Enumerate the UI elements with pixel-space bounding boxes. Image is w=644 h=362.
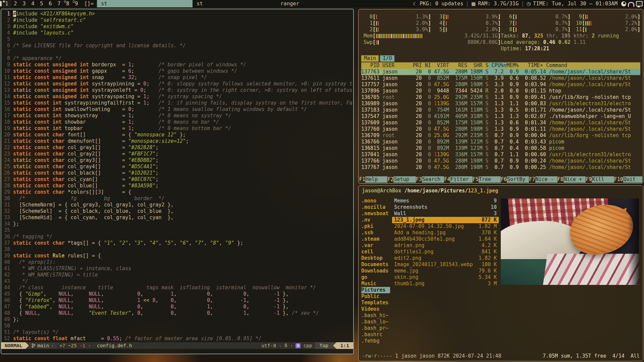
bar-title-st[interactable]: st: [193, 0, 276, 7]
process-row[interactable]: 137609 jason 20 0 852M 175M 150M S 1.3 0…: [361, 120, 640, 126]
headset-tray-icon[interactable]: [628, 2, 634, 7]
dir-item[interactable]: Downloads: [361, 268, 390, 274]
process-row[interactable]: 136989 jason 20 0 1139G 336M 157M S 1.3 …: [361, 101, 640, 107]
process-row[interactable]: 137896 jason 20 0 9448 7344 5424 R 2.0 0…: [361, 88, 640, 94]
process-row[interactable]: 137183 jason 20 0 754M 161M 118M S 1.3 0…: [361, 107, 640, 113]
bar-tag-3[interactable]: 3: [20, 0, 29, 7]
process-row[interactable]: 137760 jason 20 0 47.5G 280M 198M S 1.3 …: [361, 126, 640, 132]
fkey-F2[interactable]: F2Setup: [387, 176, 416, 183]
process-row[interactable]: 136766 jason 20 0 892M 139M 121M S 0.7 0…: [361, 139, 640, 145]
dir-item[interactable]: Public: [361, 293, 390, 300]
dir-item[interactable]: .nv: [361, 217, 390, 223]
file-item[interactable]: Wall3: [392, 210, 499, 217]
code-token: ,: [140, 291, 170, 297]
fkey-F9[interactable]: F9Kill: [586, 176, 614, 183]
steam-tray-icon[interactable]: [621, 1, 626, 6]
dir-item[interactable]: .bash_lo~: [361, 319, 390, 325]
file-item[interactable]: thumb1.png3 M: [392, 281, 499, 287]
bar-tag-4[interactable]: 4: [29, 0, 37, 7]
file-item[interactable]: skin.png5.34 K: [392, 274, 499, 281]
htop-tab-I/O[interactable]: I/O: [380, 55, 394, 62]
bar-tag-2[interactable]: 2: [11, 0, 20, 7]
bar-tag-6[interactable]: 6: [46, 0, 55, 7]
bar-tag-1[interactable]: 1: [2, 0, 11, 7]
dir-item[interactable]: go: [361, 274, 390, 281]
file-item[interactable]: Image_20240117_101543.webp100 K: [392, 261, 499, 268]
bar-tag-8[interactable]: 8: [63, 0, 72, 7]
process-row[interactable]: 137547 jason 20 0 4191M 405M 318M S 1.3 …: [361, 113, 640, 120]
fkey-F6[interactable]: F6SortBy: [501, 176, 529, 183]
dir-item[interactable]: Pictures: [361, 287, 390, 293]
dir-item[interactable]: Desktop: [361, 255, 390, 261]
col-header[interactable]: PID USER PRI NI VIRT RES SHR S: [361, 62, 488, 68]
monitor-tray-icon[interactable]: [636, 1, 643, 6]
process-row[interactable]: 136815 jason 20 0 892M 139M 121M S 0.7 0…: [361, 145, 640, 152]
col-header-sort-cpu[interactable]: CPU%▽: [488, 62, 506, 68]
dir-item[interactable]: Templates: [361, 300, 390, 306]
dir-item[interactable]: .bashrc: [361, 331, 390, 338]
col-header[interactable]: MEM% TIME+ Command: [506, 62, 567, 68]
dir-item[interactable]: .ssh: [361, 230, 390, 236]
process-row[interactable]: 136705 root 20 0 25.0G 292M 235M S 1.3 0…: [361, 94, 640, 101]
dir-item[interactable]: .bash_pr~: [361, 325, 390, 331]
line-number: 10: [1, 68, 13, 74]
file-item[interactable]: Screenshots10: [392, 204, 499, 210]
htop-window[interactable]: 0[1.3%]3[3.9%]1[2.0%]4[0.7%]2[3.9%]5[2.0…: [358, 9, 643, 184]
time-cell: 0:02.07: [519, 113, 546, 119]
dir-item[interactable]: .var: [361, 242, 390, 249]
process-row[interactable]: 136709 root 20 0 25.0G 292M 235M S 0.7 0…: [361, 132, 640, 139]
fkey-F8[interactable]: F8Nice +: [557, 176, 586, 183]
fkey-F1[interactable]: F1Help: [359, 176, 387, 183]
terminal-vim-window[interactable]: 1#include <X11/XF86keysym.h>2#include "s…: [1, 9, 354, 354]
ranger-window[interactable]: jason@ArchBox /home/jason/Pictures/123_1…: [358, 185, 643, 361]
file-item[interactable]: Add a heading.jpg370 K: [392, 230, 499, 236]
file-item[interactable]: edit2.png1.82 K: [392, 255, 499, 261]
dir-item[interactable]: .pki: [361, 223, 390, 230]
stat-token: ,: [528, 33, 534, 39]
process-row[interactable]: 137041 jason 20 0 1139G 336M 157M S 0.7 …: [361, 152, 640, 158]
file-item[interactable]: dotfiles1.png841 K: [392, 249, 499, 255]
bar-tag-9[interactable]: 9: [72, 0, 81, 7]
line-number: 4: [1, 30, 13, 36]
dir-item[interactable]: .mono: [361, 198, 390, 204]
fkey-F7[interactable]: F7Nice -: [529, 176, 557, 183]
process-row[interactable]: 137763 jason 20 0 47.5G 280M 198M S 7.2 …: [361, 69, 640, 75]
dir-item[interactable]: .fehbg: [361, 338, 390, 344]
process-row[interactable]: 137757 jason 20 0 47.5G 280M 198M S 3.3 …: [361, 81, 640, 88]
code-line: 5: [1, 36, 353, 43]
file-item[interactable]: 123_1.jpeg872 K: [392, 217, 499, 223]
bar-tag-7[interactable]: 7: [55, 0, 63, 7]
dir-item[interactable]: .mozilla: [361, 204, 390, 210]
file-item[interactable]: 2024-07-09_14.32.50.jpg1.82 M: [392, 223, 499, 230]
dir-item[interactable]: cell: [361, 249, 390, 255]
code-token: "layouts.c": [40, 30, 73, 36]
dir-item[interactable]: Documents: [361, 261, 390, 268]
process-row[interactable]: 137767 jason 20 0 47.5G 280M 198M S 0.7 …: [361, 164, 640, 171]
dir-item[interactable]: .bash_hi~: [361, 312, 390, 319]
dir-item[interactable]: Music: [361, 281, 390, 287]
fkey-F4[interactable]: F4Filter: [444, 176, 472, 183]
bar-title-st[interactable]: st: [97, 0, 193, 7]
fkey-F5[interactable]: F5Tree: [473, 176, 501, 183]
process-table-header[interactable]: PID USER PRI NI VIRT RES SHR S CPU%▽MEM%…: [361, 62, 640, 69]
file-item[interactable]: add84b430cc50fe1.png1.64 K: [392, 236, 499, 242]
file-item[interactable]: meme.jpg79.6 K: [392, 268, 499, 274]
code-editor[interactable]: 1#include <X11/XF86keysym.h>2#include "s…: [1, 9, 353, 342]
bar-tag-5[interactable]: 5: [37, 0, 46, 7]
dir-item[interactable]: .newsboat: [361, 210, 390, 217]
layout-symbol[interactable]: []=: [81, 0, 97, 7]
meter-tick: [384, 34, 385, 38]
meter-value: 0.7%: [555, 20, 568, 26]
dir-item[interactable]: .steam: [361, 236, 390, 242]
code-line: 8/* appearance */: [1, 55, 353, 62]
fkey-F3[interactable]: F3Search: [416, 176, 444, 183]
process-row[interactable]: 137611 jason 20 0 852M 175M 150M S 3.9 0…: [361, 75, 640, 81]
bar-title-ranger[interactable]: ranger: [276, 0, 360, 7]
process-row[interactable]: 137766 jason 20 0 47.5G 280M 198M S 0.7 …: [361, 158, 640, 164]
file-item[interactable]: adrian.png4.2 K: [392, 242, 499, 249]
ram-status: RAM: 3.7G/31G: [478, 1, 519, 7]
file-item[interactable]: Memes9: [392, 198, 499, 204]
fkey-F10[interactable]: F10Quit: [614, 176, 642, 183]
htop-tab-Main[interactable]: Main: [361, 55, 379, 62]
dir-item[interactable]: Videos: [361, 306, 390, 312]
